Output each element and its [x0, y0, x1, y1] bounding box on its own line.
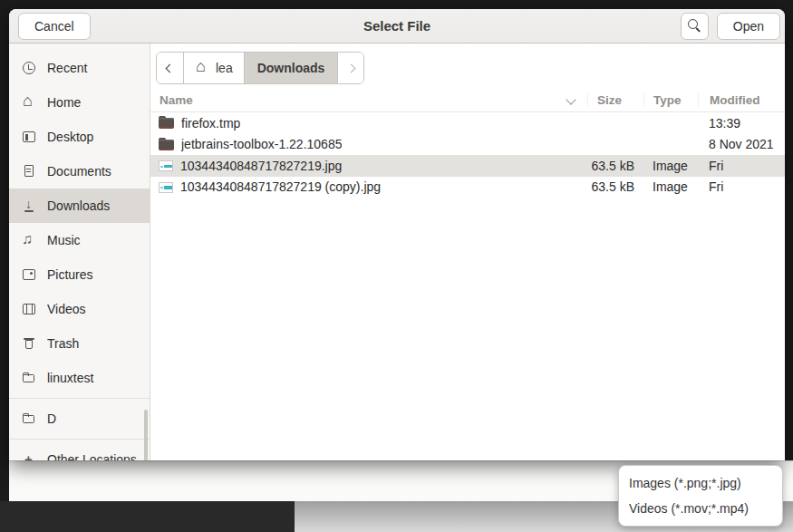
- film-icon: [22, 302, 36, 316]
- download-icon: [22, 198, 36, 213]
- image-thumb-icon: [159, 160, 173, 171]
- chevron-left-icon: [166, 63, 175, 73]
- cancel-button[interactable]: Cancel: [18, 13, 91, 40]
- back-button[interactable]: [157, 53, 184, 83]
- sidebar-item-other-locations[interactable]: Other Locations: [9, 442, 150, 460]
- column-header-type[interactable]: Type: [643, 93, 698, 107]
- sidebar-item-label: Other Locations: [47, 452, 137, 460]
- sidebar-item-d[interactable]: D: [9, 401, 150, 436]
- sort-chevron-down-icon[interactable]: [566, 94, 575, 104]
- file-row[interactable]: firefox.tmp 13:39: [150, 112, 785, 134]
- file-size: 63.5 kB: [587, 159, 643, 173]
- filter-option[interactable]: Videos (*.mov;*.mp4): [619, 496, 782, 521]
- column-header-name[interactable]: Name: [150, 93, 587, 107]
- sidebar-item-music[interactable]: Music: [9, 223, 150, 257]
- file-row[interactable]: 10344340848717827219.jpg 63.5 kB Image F…: [150, 155, 785, 177]
- open-button[interactable]: Open: [717, 13, 780, 40]
- file-chooser-dialog: Cancel Select File Open Recent Home: [9, 9, 785, 460]
- sidebar-item-documents[interactable]: Documents: [9, 154, 150, 189]
- file-name-cell: jetbrains-toolbox-1.22.10685: [150, 137, 587, 151]
- file-type: Image: [643, 179, 698, 194]
- home-icon: [22, 95, 36, 110]
- file-filter-popup: Images (*.png;*.jpg) Videos (*.mov;*.mp4…: [618, 465, 783, 527]
- filter-option[interactable]: Images (*.png;*.jpg): [619, 470, 782, 496]
- background-dark-block: [0, 501, 295, 532]
- dialog-title: Select File: [9, 18, 785, 34]
- file-size: 63.5 kB: [587, 179, 643, 194]
- file-type: Image: [643, 159, 698, 173]
- file-name: 10344340848717827219.jpg: [180, 159, 342, 173]
- sidebar-item-label: D: [47, 411, 56, 426]
- chevron-right-icon: [346, 63, 355, 73]
- file-row[interactable]: 10344340848717827219 (copy).jpg 63.5 kB …: [150, 177, 785, 198]
- sidebar-item-label: Trash: [47, 336, 79, 351]
- headerbar: Cancel Select File Open: [9, 9, 785, 44]
- file-row[interactable]: jetbrains-toolbox-1.22.10685 8 Nov 2021: [150, 134, 785, 156]
- sidebar-item-recent[interactable]: Recent: [9, 51, 150, 85]
- music-icon: [22, 233, 36, 247]
- file-name-cell: firefox.tmp: [150, 116, 587, 131]
- document-icon: [22, 164, 36, 179]
- file-list: firefox.tmp 13:39 jetbrains-toolbox-1.22…: [150, 112, 785, 460]
- breadcrumb-home[interactable]: lea: [184, 53, 245, 83]
- breadcrumb-current-label: Downloads: [257, 61, 325, 75]
- sidebar-separator: [9, 398, 150, 399]
- sidebar-item-label: Pictures: [47, 267, 93, 282]
- column-header-name-label: Name: [160, 93, 193, 107]
- sidebar-item-home[interactable]: Home: [9, 85, 150, 120]
- file-name: 10344340848717827219 (copy).jpg: [180, 179, 381, 194]
- search-icon: [687, 18, 702, 34]
- desktop-icon: [22, 130, 36, 144]
- folder-icon: [22, 411, 36, 426]
- column-header-modified[interactable]: Modified: [698, 93, 785, 107]
- path-bar: lea Downloads: [150, 44, 785, 88]
- column-header-size[interactable]: Size: [587, 93, 643, 107]
- filter-option-label: Videos (*.mov;*.mp4): [629, 501, 749, 516]
- breadcrumb-home-label: lea: [216, 61, 233, 75]
- file-modified: Fri: [698, 179, 785, 194]
- sidebar-item-label: Documents: [47, 164, 111, 179]
- sidebar-item-desktop[interactable]: Desktop: [9, 120, 150, 154]
- file-modified: 13:39: [698, 116, 785, 131]
- sidebar-item-label: Videos: [47, 302, 86, 316]
- sidebar-item-label: Desktop: [47, 130, 93, 144]
- file-name: jetbrains-toolbox-1.22.10685: [181, 137, 342, 151]
- forward-button[interactable]: [338, 53, 363, 83]
- dialog-body: Recent Home Desktop Documents Downloads: [9, 44, 785, 460]
- sidebar-item-linuxtest[interactable]: linuxtest: [9, 361, 150, 395]
- sidebar-item-label: Downloads: [47, 198, 110, 213]
- sidebar-item-trash[interactable]: Trash: [9, 326, 150, 361]
- sidebar-item-label: Music: [47, 233, 81, 247]
- file-name-cell: 10344340848717827219 (copy).jpg: [150, 179, 587, 194]
- clock-icon: [22, 61, 36, 75]
- filter-option-label: Images (*.png;*.jpg): [629, 476, 741, 490]
- trash-icon: [22, 336, 36, 351]
- folder-icon: [22, 371, 36, 385]
- sidebar-item-label: linuxtest: [47, 371, 93, 385]
- folder-dark-icon: [159, 138, 174, 151]
- sidebar-item-label: Recent: [47, 61, 87, 75]
- headerbar-actions: Open: [681, 13, 780, 40]
- search-button[interactable]: [681, 13, 709, 40]
- sidebar-item-label: Home: [47, 95, 81, 110]
- desktop-background: Cancel Select File Open Recent Home: [0, 0, 793, 532]
- column-headers: Name Size Type Modified: [150, 88, 785, 112]
- file-browser-pane: lea Downloads Name: [150, 44, 785, 460]
- sidebar: Recent Home Desktop Documents Downloads: [9, 44, 150, 460]
- sidebar-scrollbar[interactable]: [144, 410, 148, 460]
- plus-icon: [22, 452, 36, 460]
- picture-icon: [22, 267, 36, 282]
- folder-dark-icon: [159, 116, 174, 130]
- sidebar-item-downloads[interactable]: Downloads: [9, 189, 150, 223]
- file-name: firefox.tmp: [181, 116, 240, 131]
- sidebar-item-pictures[interactable]: Pictures: [9, 257, 150, 292]
- breadcrumb-downloads[interactable]: Downloads: [245, 53, 339, 83]
- file-modified: 8 Nov 2021: [698, 137, 785, 151]
- home-icon: [195, 61, 209, 75]
- sidebar-item-videos[interactable]: Videos: [9, 292, 150, 326]
- file-modified: Fri: [698, 159, 785, 173]
- sidebar-separator: [9, 439, 150, 440]
- image-thumb-icon: [159, 182, 173, 193]
- breadcrumb: lea Downloads: [156, 52, 364, 84]
- file-name-cell: 10344340848717827219.jpg: [150, 159, 587, 173]
